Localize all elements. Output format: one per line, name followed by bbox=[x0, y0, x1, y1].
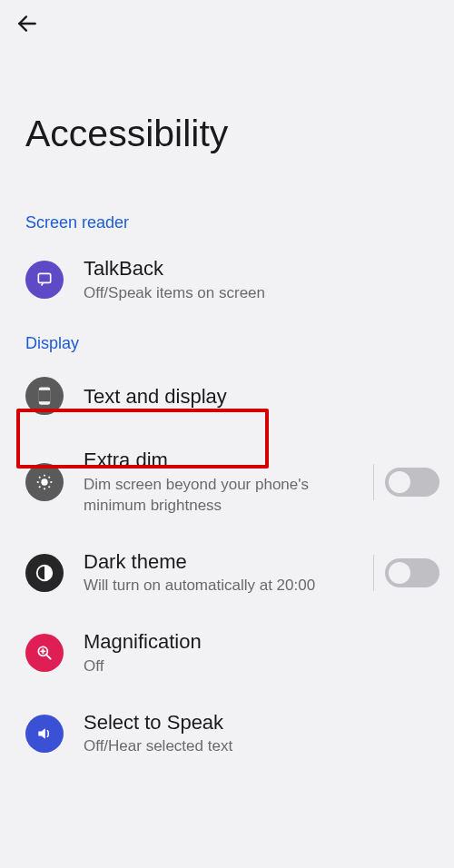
text-display-icon bbox=[25, 377, 64, 415]
item-subtitle: Off/Hear selected text bbox=[84, 736, 439, 757]
item-title: TalkBack bbox=[84, 256, 439, 281]
extra-dim-toggle[interactable] bbox=[385, 468, 439, 497]
talkback-icon bbox=[25, 261, 64, 299]
item-title: Text and display bbox=[84, 384, 439, 409]
magnification-icon bbox=[25, 634, 64, 672]
section-header-screen-reader: Screen reader bbox=[0, 199, 454, 240]
svg-line-15 bbox=[47, 656, 51, 659]
arrow-back-icon bbox=[15, 12, 39, 35]
item-subtitle: Dim screen beyond your phone's minimum b… bbox=[84, 475, 353, 517]
item-text: Magnification Off bbox=[84, 629, 439, 676]
item-text: Extra dim Dim screen beyond your phone's… bbox=[84, 448, 353, 516]
item-title: Dark theme bbox=[84, 549, 353, 575]
extra-dim-icon bbox=[25, 463, 64, 501]
svg-line-11 bbox=[39, 487, 40, 488]
item-text: Dark theme Will turn on automatically at… bbox=[84, 549, 353, 597]
section-header-display: Display bbox=[0, 320, 454, 360]
divider bbox=[373, 464, 374, 500]
item-title: Magnification bbox=[84, 629, 439, 655]
item-text-and-display[interactable]: Text and display bbox=[0, 360, 454, 431]
app-header bbox=[0, 0, 454, 47]
item-subtitle: Will turn on automatically at 20:00 bbox=[84, 576, 353, 597]
back-button[interactable] bbox=[15, 11, 40, 36]
item-text: Text and display bbox=[84, 384, 439, 409]
item-subtitle: Off bbox=[84, 656, 439, 677]
item-text: TalkBack Off/Speak items on screen bbox=[84, 256, 439, 303]
svg-line-9 bbox=[39, 477, 40, 478]
svg-line-10 bbox=[49, 487, 50, 488]
dark-theme-icon bbox=[25, 554, 64, 592]
svg-rect-1 bbox=[38, 274, 50, 283]
item-dark-theme[interactable]: Dark theme Will turn on automatically at… bbox=[0, 533, 454, 613]
divider bbox=[373, 555, 374, 591]
page-title: Accessibility bbox=[0, 47, 454, 199]
item-magnification[interactable]: Magnification Off bbox=[0, 613, 454, 693]
item-subtitle: Off/Speak items on screen bbox=[84, 283, 439, 304]
svg-point-4 bbox=[42, 479, 47, 485]
svg-rect-3 bbox=[39, 390, 50, 401]
item-title: Select to Speak bbox=[84, 710, 439, 735]
item-trail bbox=[373, 555, 439, 591]
item-select-to-speak[interactable]: Select to Speak Off/Hear selected text bbox=[0, 694, 454, 774]
item-talkback[interactable]: TalkBack Off/Speak items on screen bbox=[0, 240, 454, 320]
svg-line-12 bbox=[49, 477, 50, 478]
item-extra-dim[interactable]: Extra dim Dim screen beyond your phone's… bbox=[0, 431, 454, 532]
select-to-speak-icon bbox=[25, 715, 64, 753]
item-text: Select to Speak Off/Hear selected text bbox=[84, 710, 439, 757]
dark-theme-toggle[interactable] bbox=[385, 558, 439, 587]
item-trail bbox=[373, 464, 439, 500]
item-title: Extra dim bbox=[84, 448, 353, 473]
